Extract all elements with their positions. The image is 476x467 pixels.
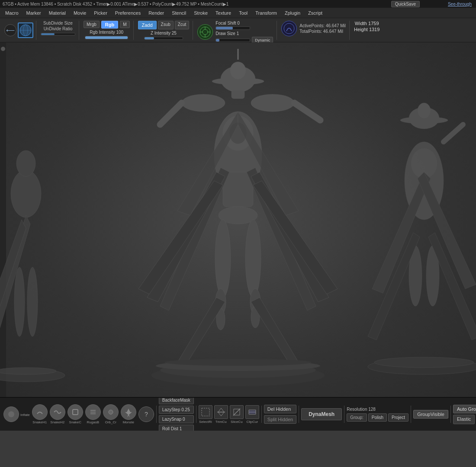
quicksave-button[interactable]: QuickSave: [391, 1, 420, 7]
svg-point-67: [8, 411, 14, 417]
brush-question[interactable]: ?: [138, 406, 154, 422]
left-bar-dot1[interactable]: [1, 47, 5, 51]
width-label: Width 1759: [355, 21, 379, 26]
menu-texture[interactable]: Texture: [212, 10, 235, 16]
figure-left: [0, 107, 69, 384]
svg-point-10: [11, 170, 41, 218]
menu-marker[interactable]: Marker: [23, 10, 45, 16]
split-hidden-button[interactable]: Split Hidden: [264, 415, 296, 424]
lazy-snap-button[interactable]: LazySnap 0: [159, 415, 194, 423]
z-intensity-label: Z Intensity 25: [151, 31, 177, 35]
viewport[interactable]: [0, 42, 476, 397]
svg-line-26: [294, 103, 320, 120]
brush-snakec[interactable]: [68, 404, 83, 420]
clip-cur-label: ClipCur: [246, 420, 258, 424]
project-button[interactable]: Project: [388, 413, 408, 422]
menu-preferences[interactable]: Preferences: [112, 10, 144, 16]
svg-point-32: [215, 220, 231, 297]
del-hidden-button[interactable]: Del Hidden: [264, 405, 296, 413]
toolbar-sphere-icon[interactable]: [18, 22, 33, 38]
slice-cu-icon[interactable]: [230, 405, 244, 419]
brush-orbcr-label: Orb_Cr: [105, 420, 116, 424]
group-visible-button[interactable]: GroupVisible: [413, 410, 448, 419]
seethrough-button[interactable]: See-through: [448, 2, 472, 6]
svg-point-34: [245, 220, 261, 297]
dyna-mesh-button[interactable]: DynaMesh: [301, 408, 342, 420]
menu-zscript[interactable]: Zscript: [305, 10, 326, 16]
brush-snakeh1-label: SnakeH1: [32, 420, 47, 424]
svg-line-55: [444, 125, 463, 142]
m-button[interactable]: M: [120, 21, 129, 28]
brush-monste-label: Monste: [123, 420, 134, 424]
menu-render[interactable]: Render: [145, 10, 167, 16]
figure-right: [363, 94, 476, 375]
menu-stencil[interactable]: Stencil: [168, 10, 190, 16]
svg-point-24: [251, 94, 294, 112]
zsub-button[interactable]: Zsub: [158, 21, 174, 29]
group-label: Group:: [347, 413, 367, 422]
backface-mask-button[interactable]: BackfaceMask: [159, 397, 194, 404]
trim-cu-icon[interactable]: [214, 405, 228, 419]
svg-point-17: [0, 368, 56, 374]
brush-monste[interactable]: [121, 404, 136, 420]
menu-stroke[interactable]: Stroke: [190, 10, 211, 16]
separator7: [450, 406, 451, 423]
svg-point-14: [14, 267, 25, 336]
svg-point-70: [70, 407, 80, 417]
svg-point-77: [109, 410, 113, 414]
rgb-button[interactable]: Rgb: [101, 21, 118, 29]
brush-rugasb[interactable]: [85, 404, 101, 420]
select-ri-icon[interactable]: [199, 405, 212, 419]
status-text: 67GB • Active Mem 13846 • Scratch Disk 4…: [3, 2, 228, 6]
auto-groups-button[interactable]: Auto Groups: [453, 405, 476, 413]
menu-macro[interactable]: Macro: [2, 10, 22, 16]
separator3: [261, 406, 262, 423]
mrgb-button[interactable]: Mrgb: [84, 21, 100, 28]
menu-movie[interactable]: Movie: [70, 10, 90, 16]
svg-rect-22: [232, 90, 244, 99]
draw-size-label: Draw Size 1: [215, 31, 273, 36]
figure-center: [134, 47, 342, 388]
menu-material[interactable]: Material: [45, 10, 69, 16]
menu-zplugin[interactable]: Zplugin: [281, 10, 304, 16]
svg-line-83: [233, 409, 240, 416]
brush-snakeh1[interactable]: [32, 404, 48, 420]
slice-cu-label: SliceCu: [231, 420, 243, 424]
svg-marker-46: [177, 297, 225, 365]
menu-transform[interactable]: Transform: [252, 10, 280, 16]
menu-tool[interactable]: Tool: [235, 10, 251, 16]
polish-button[interactable]: Polish: [368, 413, 387, 422]
zadd-button[interactable]: Zadd: [138, 21, 157, 29]
svg-rect-30: [223, 172, 253, 207]
brush-rugasb-label: RugasB: [87, 420, 99, 424]
focal-icon[interactable]: [197, 24, 213, 40]
menu-picker[interactable]: Picker: [90, 10, 111, 16]
separator6: [411, 406, 411, 423]
brush-inflate-label: Inflate: [20, 413, 30, 417]
toolbar: ⟵ SubDivide Size UnDivide Ratio Mrgb Rgb…: [0, 18, 476, 42]
lazy-step-button[interactable]: LazyStep 0.25: [159, 406, 194, 414]
svg-line-25: [160, 103, 182, 125]
zcut-button[interactable]: Zcut: [175, 21, 189, 29]
svg-point-15: [27, 267, 38, 336]
brush-inflate[interactable]: [3, 406, 19, 422]
resolution-label: Resolution 128: [347, 407, 408, 412]
brush-snakeh2-label: SnakeH2: [50, 420, 64, 424]
elastic-button[interactable]: Elastic: [453, 415, 475, 424]
status-bar: 67GB • Active Mem 13846 • Scratch Disk 4…: [0, 0, 476, 8]
svg-point-23: [182, 94, 225, 112]
brush-orbcr[interactable]: [103, 404, 119, 420]
brush-snakec-label: SnakeC: [69, 420, 81, 424]
menu-bar: Macro Marker Material Movie Picker Prefe…: [0, 8, 476, 18]
active-points: ActivePoints: 46.647 Mil: [299, 23, 346, 28]
svg-point-65: [374, 357, 474, 368]
clip-cur-icon[interactable]: [245, 405, 259, 419]
toolbar-left-icon1[interactable]: ⟵: [4, 24, 16, 36]
roll-dist-button[interactable]: Roll Dist 1: [159, 425, 194, 431]
undivide-label: UnDivide Ratio: [44, 26, 73, 31]
rgb-intensity-label: Rgb Intensity 100: [90, 30, 123, 35]
separator5: [344, 406, 344, 423]
points-icon[interactable]: [281, 21, 297, 36]
focal-shift-label: Focal Shift 0: [215, 21, 273, 26]
brush-snakeh2[interactable]: [50, 404, 65, 420]
